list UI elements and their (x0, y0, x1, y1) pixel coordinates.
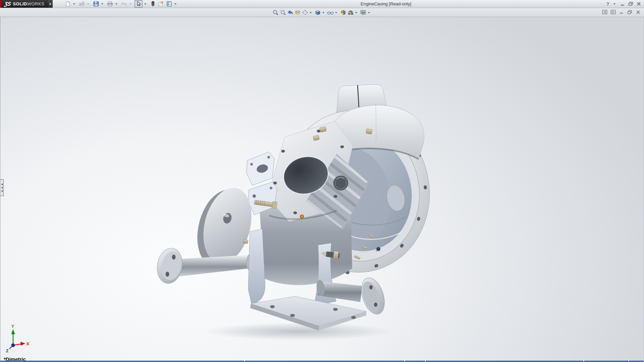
title-bar: ƷS SOLIDWORKS (0, 0, 644, 8)
open-button[interactable] (78, 0, 86, 7)
doc-restore-button[interactable] (627, 9, 633, 15)
select-tool-button[interactable] (135, 0, 143, 8)
print-dropdown[interactable] (114, 0, 118, 7)
menu-expand-button[interactable] (48, 0, 53, 8)
doc-minimize-icon (620, 10, 624, 14)
status-separator (425, 361, 426, 362)
triad-y-label: Y (11, 324, 14, 329)
previous-view-icon (287, 9, 293, 16)
collapse-right-pane-button[interactable] (610, 9, 616, 15)
view-settings-dropdown[interactable] (367, 9, 371, 16)
solidworks-logo-text-light: WORKS (27, 1, 45, 6)
apply-scene-icon (347, 9, 354, 16)
view-orientation-dropdown[interactable] (309, 9, 312, 16)
hide-show-items-icon (327, 9, 334, 16)
doc-close-button[interactable] (635, 9, 641, 15)
doc-restore-icon (627, 10, 632, 14)
solidworks-window: ƷS SOLIDWORKS (0, 0, 644, 362)
help-icon: ? (606, 1, 609, 7)
assembly-origin-marker[interactable] (300, 215, 304, 218)
zoom-to-area-icon (280, 9, 286, 16)
restore-icon (628, 2, 633, 6)
triad-x-label: X (26, 342, 29, 346)
restore-button[interactable] (627, 1, 634, 7)
solidworks-logo[interactable]: ƷS SOLIDWORKS (0, 0, 48, 8)
save-dropdown[interactable] (100, 0, 104, 7)
new-document-dropdown[interactable] (72, 0, 76, 7)
collapse-left-pane-icon (602, 10, 607, 14)
headsup-view-toolbar (272, 9, 372, 16)
zoom-to-fit-icon (272, 9, 279, 16)
undo-button[interactable] (120, 0, 128, 7)
status-separator (583, 361, 584, 362)
minimize-button[interactable] (619, 1, 626, 7)
window-controls: ? (604, 0, 642, 7)
reference-triad: Y X Z (2, 319, 39, 354)
zoom-to-fit-button[interactable] (272, 9, 279, 16)
help-dropdown[interactable] (612, 0, 616, 7)
solidworks-logo-glyph: ƷS (4, 1, 11, 7)
status-separator (244, 361, 245, 362)
select-tool-dropdown[interactable] (143, 0, 147, 7)
options-button[interactable] (165, 0, 173, 7)
undo-icon (121, 1, 127, 7)
options-icon (166, 1, 172, 7)
zoom-to-area-button[interactable] (279, 9, 286, 16)
open-icon (79, 1, 85, 7)
view-orientation-icon (302, 9, 308, 16)
display-style-button[interactable] (314, 9, 321, 16)
file-properties-button[interactable] (157, 0, 165, 7)
help-button[interactable]: ? (604, 1, 611, 7)
hide-show-items-dropdown[interactable] (334, 9, 338, 16)
select-cursor-icon (136, 1, 141, 7)
options-dropdown[interactable] (173, 0, 177, 7)
status-bar (0, 361, 644, 362)
view-settings-button[interactable] (360, 9, 367, 16)
section-view-button[interactable] (294, 9, 301, 16)
doc-close-icon (636, 10, 640, 14)
view-orientation-button[interactable] (301, 9, 309, 16)
document-title: EngineCasing [Read-only] (361, 1, 411, 6)
collapse-left-pane-button[interactable] (601, 9, 608, 15)
edit-appearance-button[interactable] (339, 9, 347, 16)
status-separator (628, 361, 629, 362)
apply-scene-button[interactable] (347, 9, 354, 16)
status-separator (405, 361, 405, 362)
standard-toolbar (64, 0, 179, 8)
document-window-controls (601, 9, 641, 15)
menu-row (0, 8, 644, 17)
new-document-button[interactable] (64, 0, 71, 7)
rebuild-traffic-light-icon (151, 1, 155, 7)
save-button[interactable] (92, 0, 100, 7)
apply-scene-dropdown[interactable] (354, 9, 358, 16)
save-icon (93, 1, 99, 7)
previous-view-button[interactable] (286, 9, 294, 16)
triad-z-label: Z (6, 349, 8, 353)
display-style-icon (315, 9, 321, 16)
display-style-dropdown[interactable] (321, 9, 325, 16)
expand-tree-arrow-icon (1, 183, 3, 185)
new-document-icon (65, 1, 71, 7)
print-icon (107, 1, 113, 7)
expand-tree-arrow-icon (1, 190, 3, 192)
section-view-icon (294, 9, 301, 16)
minimize-icon (621, 2, 625, 6)
view-settings-icon (360, 9, 367, 16)
rebuild-button[interactable] (149, 0, 157, 7)
print-button[interactable] (106, 0, 114, 7)
feature-tree-collapsed-tab[interactable] (0, 179, 4, 196)
graphics-area[interactable]: Y X Z *Dimetric (0, 17, 644, 362)
expand-tree-arrow-icon (1, 187, 3, 189)
file-properties-icon (158, 1, 164, 7)
close-icon (637, 2, 641, 6)
edit-appearance-icon (340, 9, 346, 16)
open-dropdown[interactable] (86, 0, 90, 7)
hide-show-items-button[interactable] (327, 9, 334, 16)
menu-expand-arrow-icon (50, 3, 51, 5)
engine-casing-model[interactable] (0, 17, 644, 362)
doc-minimize-button[interactable] (618, 9, 625, 15)
collapse-right-pane-icon (610, 10, 616, 14)
undo-dropdown[interactable] (128, 0, 132, 7)
solidworks-logo-text-bold: SOLID (13, 1, 27, 6)
close-button[interactable] (635, 1, 642, 7)
